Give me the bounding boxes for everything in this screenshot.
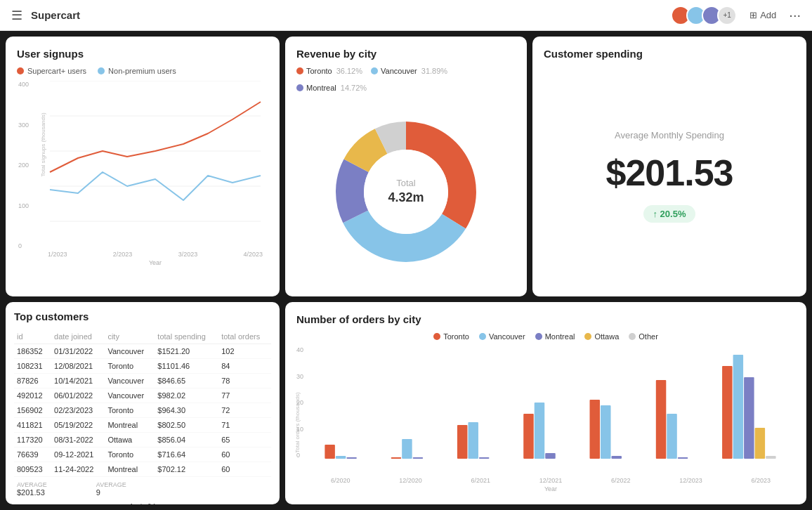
cell-date: 01/31/2022: [51, 344, 105, 359]
orders-label-other: Other: [639, 332, 658, 341]
table-row: 117320 08/31-2022 Ottawa $856.04 65: [14, 433, 271, 447]
cell-spending: $1521.20: [155, 344, 218, 359]
cell-spending: $846.65: [155, 374, 218, 388]
cell-date: 09-12-2021: [51, 447, 105, 462]
footer-spending-label: AVERAGE: [17, 481, 47, 488]
svg-rect-10: [346, 457, 357, 459]
donut-label-montreal: Montreal: [306, 84, 336, 92]
donut-legend-montreal: Montreal 14.72%: [296, 84, 367, 92]
cell-id: 108231: [14, 359, 51, 374]
cell-city: Vancouver: [105, 374, 155, 388]
bar-x-tick: 12/2020: [399, 477, 422, 484]
page-separator: /: [139, 502, 141, 504]
customer-spending-card: Customer spending Average Monthly Spendi…: [532, 37, 806, 296]
cell-spending: $702.12: [155, 462, 218, 477]
svg-rect-34: [667, 414, 677, 459]
orders-label-montreal: Montreal: [545, 332, 575, 341]
legend-supercart: Supercart+ users: [17, 67, 86, 75]
add-button[interactable]: ⊞ Add: [744, 7, 782, 23]
donut-pct-toronto: 36.12%: [336, 67, 362, 75]
legend-dot-nonpremium: [98, 67, 105, 74]
svg-rect-23: [523, 414, 534, 459]
donut-pct-vancouver: 31.89%: [421, 67, 447, 75]
cell-id: 411821: [14, 418, 51, 433]
bar-x-label: Year: [306, 485, 795, 492]
revenue-card: Revenue by city Toronto 36.12% Vancouver…: [285, 37, 527, 296]
cell-orders: 65: [218, 433, 271, 447]
cell-id: 809523: [14, 462, 51, 477]
bar-x-tick: 6/2020: [331, 477, 351, 484]
orders-card: Number of orders by city Toronto Vancouv…: [285, 302, 806, 504]
svg-rect-18: [457, 425, 468, 459]
svg-rect-9: [336, 456, 346, 459]
svg-rect-38: [722, 366, 733, 459]
donut-pct-montreal: 14.72%: [341, 84, 367, 92]
revenue-title: Revenue by city: [296, 48, 516, 60]
table-row: 156902 02/23/2023 Toronto $964.30 72: [14, 403, 271, 418]
col-spending: total spending: [155, 329, 218, 344]
table-row: 87826 10/14/2021 Vancouver $846.65 78: [14, 374, 271, 388]
orders-title: Number of orders by city: [296, 313, 795, 325]
cell-date: 08/31-2022: [51, 433, 105, 447]
orders-legend-toronto: Toronto: [433, 332, 469, 341]
orders-label-toronto: Toronto: [443, 332, 469, 341]
y-axis-ticks: 0100200300400: [18, 81, 29, 249]
orders-legend: Toronto Vancouver Montreal Ottawa Other: [296, 332, 795, 341]
more-icon[interactable]: ···: [789, 7, 801, 23]
table-row: 76639 09-12-2021 Toronto $716.64 60: [14, 447, 271, 462]
menu-icon[interactable]: ☰: [11, 8, 22, 23]
bar-y-label: Total orders (thousands): [294, 392, 301, 452]
orders-legend-ottawa: Ottawa: [584, 332, 619, 341]
cell-city: Toronto: [105, 403, 155, 418]
avatar-group: +1: [671, 6, 737, 25]
pagination: ‹ 1 / 64 ›: [14, 502, 271, 504]
cell-orders: 60: [218, 447, 271, 462]
svg-rect-33: [656, 380, 667, 459]
bar-x-tick: 6/2022: [611, 477, 631, 484]
donut-dot-toronto: [296, 67, 303, 74]
total-pages: 64: [147, 502, 155, 504]
donut-dot-vancouver: [371, 67, 378, 74]
bar-x-ticks: 6/202012/20206/202112/20216/202212/20236…: [306, 477, 795, 484]
legend-label-nonpremium: Non-premium users: [108, 67, 176, 75]
footer-orders-label: AVERAGE: [96, 481, 126, 488]
svg-rect-40: [744, 377, 754, 459]
svg-rect-25: [545, 453, 556, 459]
cell-id: 186352: [14, 344, 51, 359]
cell-date: 11-24-2022: [51, 462, 105, 477]
spending-inner: Average Monthly Spending $201.53 ↑ 20.5%: [544, 67, 795, 285]
cell-city: Montreal: [105, 462, 155, 477]
svg-rect-24: [535, 403, 545, 459]
donut-label-vancouver: Vancouver: [381, 67, 417, 75]
grid-icon: ⊞: [749, 10, 757, 20]
table-row: 186352 01/31/2022 Vancouver $1521.20 102: [14, 344, 271, 359]
next-page-button[interactable]: ›: [162, 502, 164, 504]
table-row: 809523 11-24-2022 Montreal $702.12 60: [14, 462, 271, 477]
cell-spending: $716.64: [155, 447, 218, 462]
donut-legend-vancouver: Vancouver 31.89%: [371, 67, 447, 75]
x-axis-ticks: 1/20232/20233/20234/2023: [48, 251, 263, 258]
donut-chart-svg: Total 4.32m: [315, 100, 497, 283]
cell-orders: 84: [218, 359, 271, 374]
donut-legend: Toronto 36.12% Vancouver 31.89% Montreal…: [296, 67, 516, 92]
cell-id: 87826: [14, 374, 51, 388]
cell-orders: 102: [218, 344, 271, 359]
cell-date: 10/14/2021: [51, 374, 105, 388]
donut-label-toronto: Toronto: [306, 67, 332, 75]
cell-city: Ottawa: [105, 433, 155, 447]
cell-date: 12/08/2021: [51, 359, 105, 374]
cell-date: 06/01/2022: [51, 388, 105, 403]
prev-page-button[interactable]: ‹: [122, 502, 124, 504]
orders-dot-vancouver: [479, 333, 486, 340]
line-chart-svg: [48, 81, 263, 249]
orders-label-vancouver: Vancouver: [489, 332, 525, 341]
svg-rect-8: [325, 445, 335, 459]
svg-rect-41: [755, 428, 766, 459]
cell-city: Toronto: [105, 447, 155, 462]
cell-orders: 60: [218, 462, 271, 477]
svg-rect-14: [402, 439, 412, 459]
donut-legend-toronto: Toronto 36.12%: [296, 67, 362, 75]
cell-spending: $982.02: [155, 388, 218, 403]
bar-x-tick: 12/2021: [539, 477, 563, 484]
svg-rect-42: [766, 456, 776, 459]
